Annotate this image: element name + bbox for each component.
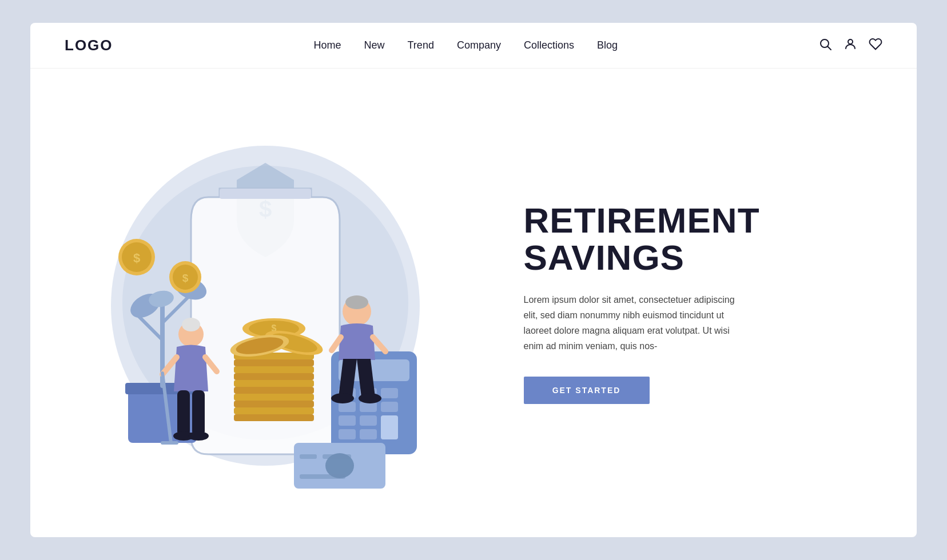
text-side: RETIREMENT SAVINGS Lorem ipsum dolor sit… <box>501 69 917 537</box>
nav-item-trend[interactable]: Trend <box>408 39 434 51</box>
heart-icon[interactable] <box>869 37 882 54</box>
nav-item-home[interactable]: Home <box>314 39 341 51</box>
svg-rect-49 <box>360 429 377 439</box>
hero-heading: RETIREMENT SAVINGS <box>524 202 872 276</box>
get-started-button[interactable]: GET STARTED <box>524 377 650 404</box>
svg-rect-21 <box>234 407 314 414</box>
svg-rect-53 <box>323 454 351 459</box>
svg-point-66 <box>345 295 368 309</box>
nav-item-new[interactable]: New <box>364 39 385 51</box>
main-content: $ <box>30 69 917 537</box>
nav-icon-group <box>818 37 882 54</box>
logo: LOGO <box>65 37 113 54</box>
svg-text:$: $ <box>182 272 189 284</box>
svg-rect-23 <box>234 394 314 401</box>
svg-point-56 <box>182 318 200 331</box>
svg-point-70 <box>359 393 381 403</box>
navbar: LOGO Home New Trend Company Collections … <box>30 23 917 69</box>
user-icon[interactable] <box>843 37 857 54</box>
svg-rect-22 <box>234 401 314 407</box>
nav-links: Home New Trend Company Collections Blog <box>314 39 618 51</box>
hero-description: Lorem ipsum dolor sit amet, consectetuer… <box>524 292 741 354</box>
svg-rect-59 <box>177 390 190 436</box>
svg-point-2 <box>848 39 853 44</box>
svg-point-62 <box>188 431 209 441</box>
nav-item-blog[interactable]: Blog <box>597 39 618 51</box>
search-icon[interactable] <box>818 37 832 54</box>
svg-rect-41 <box>381 388 398 398</box>
svg-point-69 <box>331 393 354 403</box>
svg-line-1 <box>827 46 831 50</box>
svg-rect-44 <box>381 402 398 412</box>
svg-rect-45 <box>339 415 356 426</box>
svg-rect-52 <box>300 454 317 459</box>
nav-item-company[interactable]: Company <box>457 39 501 51</box>
nav-item-collections[interactable]: Collections <box>524 39 574 51</box>
svg-rect-27 <box>234 366 314 373</box>
svg-rect-28 <box>234 359 314 366</box>
svg-rect-46 <box>360 415 377 426</box>
page-container: LOGO Home New Trend Company Collections … <box>30 23 917 537</box>
svg-text:$: $ <box>133 251 140 265</box>
illustration-side: $ <box>30 69 501 537</box>
svg-rect-24 <box>234 387 314 394</box>
svg-rect-5 <box>220 189 311 199</box>
svg-rect-20 <box>234 414 314 421</box>
svg-rect-54 <box>300 474 345 479</box>
svg-rect-60 <box>192 390 205 436</box>
svg-rect-48 <box>339 429 356 439</box>
hero-illustration: $ <box>71 106 460 500</box>
svg-rect-25 <box>234 380 314 387</box>
svg-rect-47 <box>381 415 398 439</box>
svg-rect-26 <box>234 373 314 380</box>
